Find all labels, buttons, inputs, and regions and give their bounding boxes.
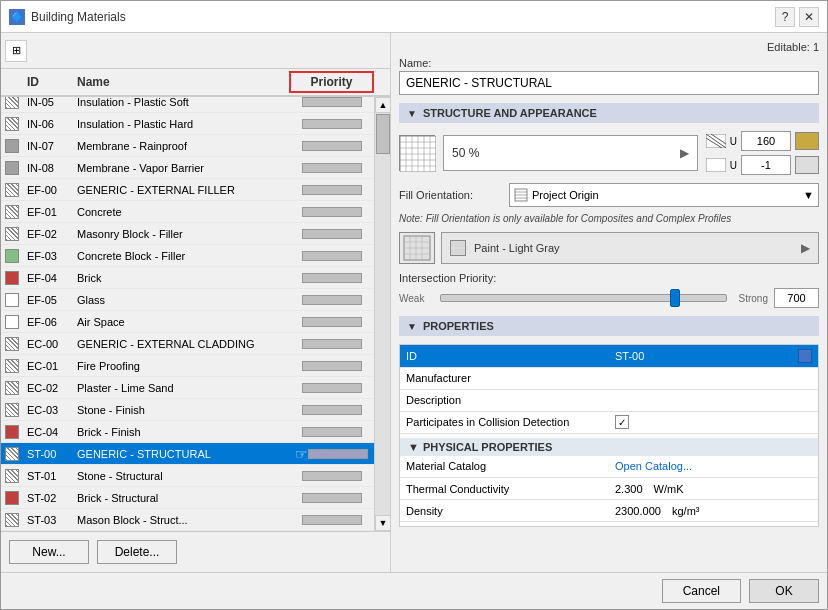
hatch-control-2: U: [706, 155, 819, 175]
list-item[interactable]: EF-00 GENERIC - EXTERNAL FILLER: [1, 179, 374, 201]
fill-slider[interactable]: 50 % ▶: [443, 135, 698, 171]
row-name: Concrete Block - Filler: [73, 250, 289, 262]
phys-density-unit: kg/m³: [672, 505, 700, 517]
close-button[interactable]: ✕: [799, 7, 819, 27]
fill-orientation-label: Fill Orientation:: [399, 189, 509, 201]
color-swatch-2[interactable]: [795, 156, 819, 174]
hatch-value-input-2[interactable]: [741, 155, 791, 175]
priority-bar: [302, 405, 362, 415]
surface-color-swatch: [450, 240, 466, 256]
list-scrollbar[interactable]: ▲ ▼: [374, 97, 390, 531]
delete-button[interactable]: Delete...: [97, 540, 177, 564]
list-item[interactable]: EF-02 Masonry Block - Filler: [1, 223, 374, 245]
row-id: EF-00: [23, 184, 73, 196]
surface-icon: [399, 232, 435, 264]
row-priority: [289, 493, 374, 503]
list-item[interactable]: EF-01 Concrete: [1, 201, 374, 223]
list-item[interactable]: ST-01 Stone - Structural: [1, 465, 374, 487]
prop-row-id[interactable]: ID ST-00: [400, 345, 818, 367]
prop-row-description[interactable]: Description: [400, 389, 818, 411]
list-item[interactable]: EC-03 Stone - Finish: [1, 399, 374, 421]
row-swatch: [1, 425, 23, 439]
row-swatch: [1, 315, 23, 329]
fill-percent-value: 50 %: [452, 146, 479, 160]
name-input[interactable]: [399, 71, 819, 95]
list-item[interactable]: EF-05 Glass: [1, 289, 374, 311]
title-bar-left: 🔷 Building Materials: [9, 9, 126, 25]
help-button[interactable]: ?: [775, 7, 795, 27]
list-item[interactable]: EF-04 Brick: [1, 267, 374, 289]
col-name-header[interactable]: Name: [73, 75, 289, 89]
cancel-button[interactable]: Cancel: [662, 579, 741, 603]
structure-toggle[interactable]: ▼: [407, 108, 417, 119]
swatch-box: [5, 425, 19, 439]
list-item[interactable]: ST-03 Mason Block - Struct...: [1, 509, 374, 531]
list-item[interactable]: EC-01 Fire Proofing: [1, 355, 374, 377]
row-priority: [289, 97, 374, 107]
collision-checkbox[interactable]: ✓: [615, 415, 629, 429]
list-item[interactable]: ST-00 GENERIC - STRUCTURAL ☞: [1, 443, 374, 465]
prop-row-manufacturer[interactable]: Manufacturer: [400, 367, 818, 389]
fill-orientation-select[interactable]: Project Origin ▼: [509, 183, 819, 207]
right-controls: U U: [706, 131, 819, 175]
row-id: IN-06: [23, 118, 73, 130]
surface-material-selector[interactable]: Paint - Light Gray ▶: [441, 232, 819, 264]
new-button[interactable]: New...: [9, 540, 89, 564]
hatch-icon-1: [706, 134, 726, 148]
row-name: Concrete: [73, 206, 289, 218]
color-swatch-1[interactable]: [795, 132, 819, 150]
row-swatch: [1, 117, 23, 131]
row-priority: [289, 207, 374, 217]
list-item[interactable]: IN-06 Insulation - Plastic Hard: [1, 113, 374, 135]
scroll-track: [375, 113, 390, 515]
col-id-header[interactable]: ID: [23, 75, 73, 89]
list-item[interactable]: EC-00 GENERIC - EXTERNAL CLADDING: [1, 333, 374, 355]
row-swatch: [1, 271, 23, 285]
prop-row-collision[interactable]: Participates in Collision Detection ✓: [400, 411, 818, 433]
ok-button[interactable]: OK: [749, 579, 819, 603]
row-name: Masonry Block - Filler: [73, 228, 289, 240]
toolbar-icon-1[interactable]: ⊞: [5, 40, 27, 62]
title-buttons: ? ✕: [775, 7, 819, 27]
list-item[interactable]: IN-08 Membrane - Vapor Barrier: [1, 157, 374, 179]
row-priority: [289, 141, 374, 151]
col-priority-header[interactable]: Priority: [289, 71, 374, 93]
scroll-thumb[interactable]: [376, 114, 390, 154]
row-swatch: [1, 337, 23, 351]
list-item[interactable]: EF-03 Concrete Block - Filler: [1, 245, 374, 267]
row-swatch: [1, 491, 23, 505]
priority-bar: [308, 449, 368, 459]
properties-section-header: ▼ PROPERTIES: [399, 316, 819, 336]
row-swatch: [1, 381, 23, 395]
row-swatch: [1, 403, 23, 417]
intersection-value-input[interactable]: [774, 288, 819, 308]
list-item[interactable]: EF-06 Air Space: [1, 311, 374, 333]
phys-density-value: 2300.000: [615, 505, 661, 517]
hatch-value-input[interactable]: [741, 131, 791, 151]
row-name: GENERIC - EXTERNAL CLADDING: [73, 338, 289, 350]
physical-toggle[interactable]: ▼: [408, 441, 419, 453]
list-item[interactable]: ST-02 Brick - Structural: [1, 487, 374, 509]
swatch-box: [5, 315, 19, 329]
physical-row-thermal[interactable]: Thermal Conductivity 2.300 W/mK: [400, 478, 818, 500]
scroll-up[interactable]: ▲: [375, 97, 390, 113]
prop-collision-name: Participates in Collision Detection: [400, 411, 609, 433]
surface-preview-icon: [402, 234, 432, 262]
list-item[interactable]: IN-07 Membrane - Rainproof: [1, 135, 374, 157]
list-item[interactable]: IN-05 Insulation - Plastic Soft: [1, 97, 374, 113]
intersection-slider-row: Weak Strong: [399, 288, 819, 308]
phys-catalog-value[interactable]: Open Catalog...: [609, 456, 818, 478]
scroll-down[interactable]: ▼: [375, 515, 390, 531]
list-item[interactable]: EC-04 Brick - Finish: [1, 421, 374, 443]
priority-bar: [302, 207, 362, 217]
fill-orient-icon: [514, 188, 528, 202]
row-id: EF-01: [23, 206, 73, 218]
physical-row-catalog[interactable]: Material Catalog Open Catalog...: [400, 456, 818, 478]
intersection-slider-track[interactable]: [440, 294, 727, 302]
row-id: EC-04: [23, 426, 73, 438]
list-item[interactable]: EC-02 Plaster - Lime Sand: [1, 377, 374, 399]
physical-row-density[interactable]: Density 2300.000 kg/m³: [400, 500, 818, 522]
properties-toggle[interactable]: ▼: [407, 321, 417, 332]
appearance-row: 50 % ▶ U: [399, 131, 819, 175]
material-preview-icon: [399, 135, 435, 171]
